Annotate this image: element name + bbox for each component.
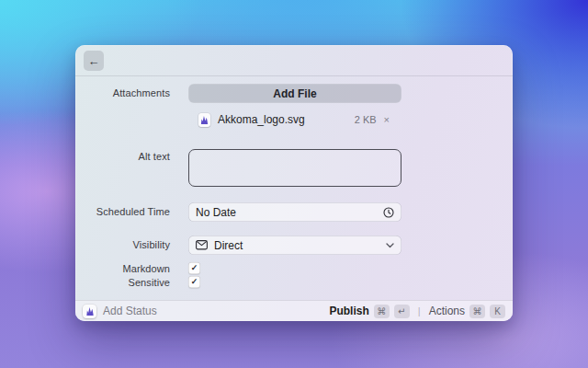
add-file-label: Add File xyxy=(273,87,316,100)
checkmark-icon: ✓ xyxy=(191,264,198,272)
attachment-filesize: 2 KB xyxy=(355,114,377,125)
chevron-down-icon xyxy=(386,243,394,248)
envelope-icon xyxy=(196,240,208,250)
titlebar: ← xyxy=(75,45,513,76)
visibility-value: Direct xyxy=(214,239,243,252)
back-button[interactable]: ← xyxy=(84,51,104,71)
scheduled-time-field[interactable]: No Date xyxy=(188,202,401,222)
add-file-button[interactable]: Add File xyxy=(188,84,401,103)
scheduled-time-value: No Date xyxy=(196,206,236,219)
sensitive-checkbox[interactable]: ✓ xyxy=(188,276,200,288)
publish-button[interactable]: Publish ⌘ ↵ xyxy=(329,305,409,318)
attachment-row: Akkoma_logo.svg 2 KB × xyxy=(188,110,401,129)
alt-text-input[interactable] xyxy=(188,149,401,187)
desktop-wallpaper: ← Attachments Add File Akkoma_logo.svg 2… xyxy=(0,0,588,368)
checkmark-icon: ✓ xyxy=(191,278,198,286)
k-key-icon: K xyxy=(490,305,505,318)
scheduled-time-label: Scheduled Time xyxy=(75,206,170,217)
footer-divider: | xyxy=(418,305,421,316)
markdown-label: Markdown xyxy=(75,263,170,274)
compose-window: ← Attachments Add File Akkoma_logo.svg 2… xyxy=(75,45,513,321)
markdown-checkbox[interactable]: ✓ xyxy=(188,262,200,274)
command-key-icon: ⌘ xyxy=(469,305,485,318)
publish-label: Publish xyxy=(329,305,368,317)
app-icon xyxy=(83,305,96,318)
attachments-label: Attachments xyxy=(75,87,170,98)
akkoma-mascot-icon xyxy=(85,306,95,316)
file-type-icon xyxy=(198,113,210,127)
visibility-select[interactable]: Direct xyxy=(188,236,401,255)
remove-attachment-button[interactable]: × xyxy=(384,115,390,125)
attachment-filename: Akkoma_logo.svg xyxy=(218,113,305,126)
back-arrow-icon: ← xyxy=(88,54,100,68)
actions-label: Actions xyxy=(429,305,465,317)
clock-icon xyxy=(383,207,394,218)
footer-bar: Add Status Publish ⌘ ↵ | Actions ⌘ K xyxy=(75,300,513,321)
window-mode-label: Add Status xyxy=(103,305,157,317)
akkoma-mascot-icon xyxy=(200,115,209,125)
sensitive-label: Sensitive xyxy=(75,277,170,288)
command-key-icon: ⌘ xyxy=(374,305,390,318)
visibility-label: Visibility xyxy=(75,239,170,250)
return-key-icon: ↵ xyxy=(394,305,410,318)
actions-button[interactable]: Actions ⌘ K xyxy=(429,305,505,318)
alt-text-label: Alt text xyxy=(75,151,170,162)
